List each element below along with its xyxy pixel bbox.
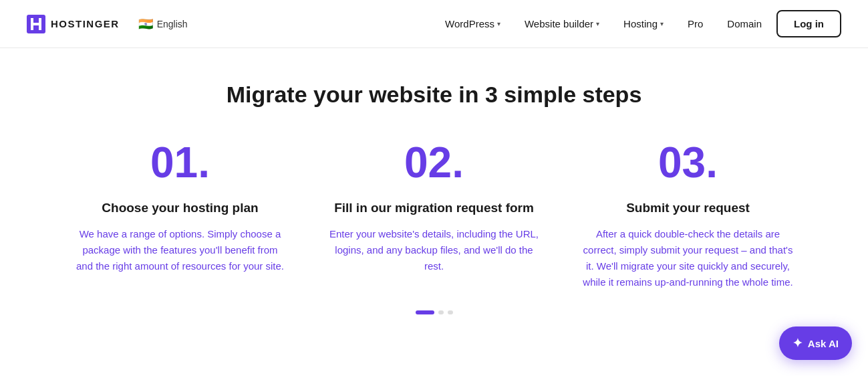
- nav-item-pro[interactable]: Pro: [678, 13, 712, 35]
- scroll-dot-active: [416, 310, 434, 314]
- ask-ai-label: Ask AI: [808, 338, 839, 349]
- scroll-indicator: [27, 310, 841, 314]
- scroll-dot-2: [438, 310, 444, 314]
- step-3-description: After a quick double-check the details a…: [581, 226, 795, 290]
- step-3: 03. Submit your request After a quick do…: [575, 141, 802, 290]
- scroll-dot-3: [448, 310, 453, 314]
- nav-hosting-label: Hosting: [623, 18, 658, 29]
- nav-item-wordpress[interactable]: WordPress ▾: [436, 13, 510, 35]
- nav-website-builder-label: Website builder: [525, 18, 593, 29]
- ask-ai-icon: ✦: [792, 336, 803, 351]
- main-content: Migrate your website in 3 simple steps 0…: [0, 48, 868, 355]
- step-1-description: We have a range of options. Simply choos…: [74, 226, 287, 274]
- nav-wordpress-label: WordPress: [445, 18, 494, 29]
- logo-icon: [27, 15, 45, 33]
- nav-item-hosting[interactable]: Hosting ▾: [614, 13, 673, 35]
- nav-item-website-builder[interactable]: Website builder ▾: [515, 13, 609, 35]
- section-title: Migrate your website in 3 simple steps: [27, 82, 841, 108]
- step-2: 02. Fill in our migration request form E…: [321, 141, 548, 290]
- logo[interactable]: HOSTINGER: [27, 15, 120, 33]
- nav-item-domain[interactable]: Domain: [718, 13, 771, 35]
- navbar-left: HOSTINGER 🇮🇳 English: [27, 14, 193, 34]
- navbar-nav: WordPress ▾ Website builder ▾ Hosting ▾ …: [436, 10, 841, 37]
- hosting-chevron-icon: ▾: [660, 20, 664, 27]
- steps-grid: 01. Choose your hosting plan We have a r…: [67, 141, 802, 290]
- logo-text: HOSTINGER: [51, 18, 120, 29]
- language-selector[interactable]: 🇮🇳 English: [133, 14, 193, 34]
- step-2-number: 02.: [404, 141, 464, 184]
- step-1: 01. Choose your hosting plan We have a r…: [67, 141, 294, 290]
- hostinger-logo-svg: [31, 18, 41, 30]
- step-3-title: Submit your request: [626, 200, 750, 217]
- website-builder-chevron-icon: ▾: [596, 20, 599, 27]
- login-button[interactable]: Log in: [776, 10, 841, 37]
- wordpress-chevron-icon: ▾: [497, 20, 500, 27]
- flag-icon: 🇮🇳: [138, 17, 153, 31]
- step-1-title: Choose your hosting plan: [102, 200, 258, 217]
- ask-ai-button[interactable]: ✦ Ask AI: [779, 326, 852, 360]
- step-3-number: 03.: [658, 141, 718, 184]
- lang-label: English: [157, 19, 188, 29]
- nav-pro-label: Pro: [688, 18, 703, 29]
- step-2-title: Fill in our migration request form: [334, 200, 534, 217]
- navbar: HOSTINGER 🇮🇳 English WordPress ▾ Website…: [0, 0, 868, 48]
- step-2-description: Enter your website's details, including …: [327, 226, 541, 274]
- step-1-number: 01.: [150, 141, 210, 184]
- nav-domain-label: Domain: [727, 18, 762, 29]
